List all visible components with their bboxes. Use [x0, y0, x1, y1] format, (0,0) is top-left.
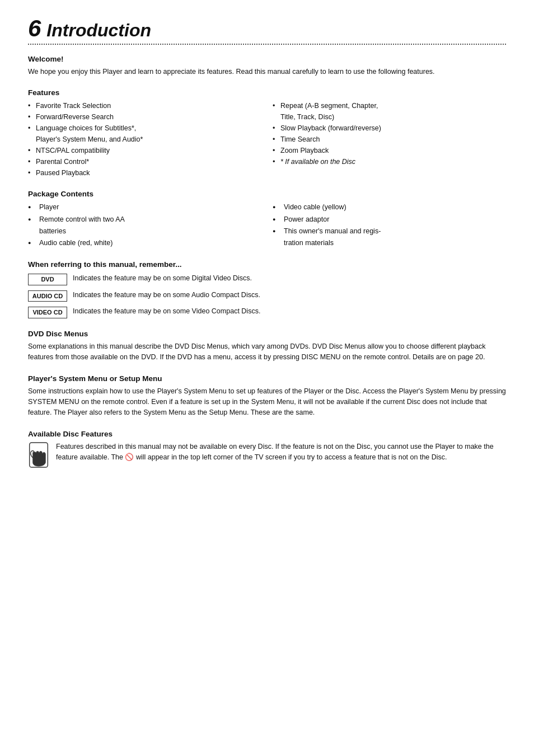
dotted-divider — [28, 44, 506, 45]
package-right-col: Video cable (yellow) Power adaptor This … — [273, 201, 506, 249]
list-item: Audio cable (red, white) — [28, 237, 261, 249]
video-cd-text: Indicates the feature may be on some Vid… — [73, 306, 260, 317]
features-right-col: Repeat (A-B segment, Chapter,Title, Trac… — [273, 100, 506, 179]
features-left-list: Favorite Track Selection Forward/Reverse… — [28, 100, 261, 179]
list-item: Forward/Reverse Search — [28, 111, 261, 123]
player-system-menu-heading: Player's System Menu or Setup Menu — [28, 374, 506, 383]
list-item: This owner's manual and regis-tration ma… — [273, 226, 506, 250]
features-right-list: Repeat (A-B segment, Chapter,Title, Trac… — [273, 100, 506, 167]
list-item: Slow Playback (forward/reverse) — [273, 123, 506, 134]
list-item: Remote control with two AAbatteries — [28, 214, 261, 238]
audio-cd-text: Indicates the feature may be on some Aud… — [73, 290, 260, 300]
list-item: Repeat (A-B segment, Chapter,Title, Trac… — [273, 100, 506, 123]
when-referring-section: When referring to this manual, remember.… — [28, 260, 506, 318]
package-grid: Player Remote control with two AAbatteri… — [28, 201, 506, 249]
package-contents-heading: Package Contents — [28, 190, 506, 198]
list-item: Time Search — [273, 134, 506, 145]
list-item: Player — [28, 201, 261, 213]
disc-types-list: DVD Indicates the feature may be on some… — [28, 273, 506, 318]
when-referring-heading: When referring to this manual, remember.… — [28, 260, 506, 269]
features-section: Features Favorite Track Selection Forwar… — [28, 88, 506, 179]
video-cd-badge: VIDEO CD — [28, 307, 67, 318]
disc-type-video-cd: VIDEO CD Indicates the feature may be on… — [28, 306, 506, 318]
package-contents-section: Package Contents Player Remote control w… — [28, 190, 506, 249]
dvd-text: Indicates the feature may be on some Dig… — [73, 273, 252, 284]
features-left-col: Favorite Track Selection Forward/Reverse… — [28, 100, 261, 179]
dvd-disc-menus-section: DVD Disc Menus Some explanations in this… — [28, 330, 506, 363]
list-item-note: * If available on the Disc — [273, 156, 506, 167]
list-item: Language choices for Subtitles*,Player's… — [28, 123, 261, 145]
list-item: NTSC/PAL compatibility — [28, 145, 261, 156]
page-header: 6 Introduction — [28, 17, 506, 40]
player-system-menu-body: Some instructions explain how to use the… — [28, 386, 506, 419]
welcome-section: Welcome! We hope you enjoy this Player a… — [28, 55, 506, 77]
welcome-heading: Welcome! — [28, 55, 506, 63]
page-title: Introduction — [46, 21, 151, 39]
list-item: Paused Playback — [28, 167, 261, 179]
dvd-disc-menus-heading: DVD Disc Menus — [28, 330, 506, 338]
available-disc-content: Features described in this manual may no… — [28, 442, 506, 468]
audio-cd-badge: AUDIO CD — [28, 290, 67, 302]
hand-icon — [28, 442, 49, 468]
list-item: Favorite Track Selection — [28, 100, 261, 111]
features-grid: Favorite Track Selection Forward/Reverse… — [28, 100, 506, 179]
features-heading: Features — [28, 88, 506, 97]
player-system-menu-section: Player's System Menu or Setup Menu Some … — [28, 374, 506, 419]
package-left-col: Player Remote control with two AAbatteri… — [28, 201, 261, 249]
list-item: Video cable (yellow) — [273, 201, 506, 213]
list-item: Zoom Playback — [273, 145, 506, 156]
list-item: Parental Control* — [28, 156, 261, 167]
package-left-list: Player Remote control with two AAbatteri… — [28, 201, 261, 249]
disc-type-dvd: DVD Indicates the feature may be on some… — [28, 273, 506, 285]
welcome-body: We hope you enjoy this Player and learn … — [28, 67, 506, 77]
available-disc-features-section: Available Disc Features Features describ… — [28, 430, 506, 468]
dvd-disc-menus-body: Some explanations in this manual describ… — [28, 341, 506, 363]
list-item: Power adaptor — [273, 214, 506, 226]
available-disc-features-body: Features described in this manual may no… — [56, 442, 506, 463]
dvd-badge: DVD — [28, 274, 67, 285]
package-right-list: Video cable (yellow) Power adaptor This … — [273, 201, 506, 249]
available-disc-features-heading: Available Disc Features — [28, 430, 506, 438]
disc-type-audio-cd: AUDIO CD Indicates the feature may be on… — [28, 290, 506, 302]
page-number: 6 — [28, 17, 41, 40]
